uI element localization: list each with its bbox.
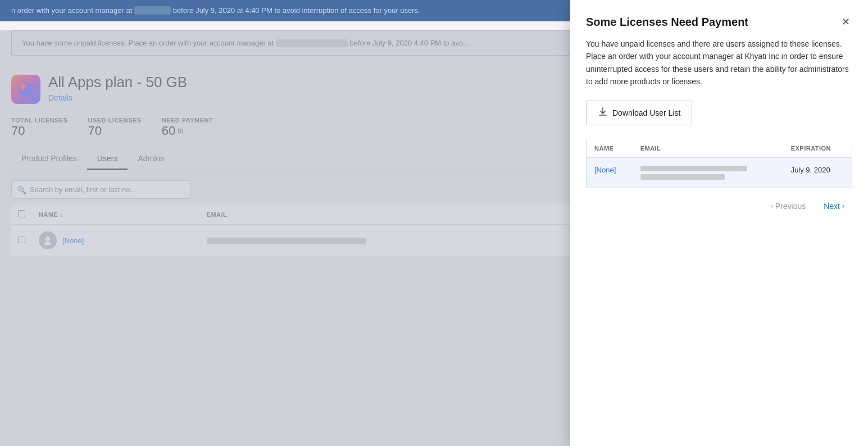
modal-header: Some Licenses Need Payment ✕ xyxy=(586,16,852,29)
banner-text: n order with your account manager at Khy… xyxy=(11,6,420,15)
modal-row-expiration: July 9, 2020 xyxy=(783,157,852,188)
previous-button[interactable]: ‹ Previous xyxy=(763,197,814,215)
chevron-right-icon: › xyxy=(842,202,844,210)
modal-close-button[interactable]: ✕ xyxy=(839,16,852,28)
modal-description: You have unpaid licenses and there are u… xyxy=(586,38,852,88)
modal-panel: Some Licenses Need Payment ✕ You have un… xyxy=(570,0,868,446)
modal-row-email xyxy=(633,157,783,188)
pagination: ‹ Previous Next › xyxy=(586,188,852,215)
modal-col-expiration: EXPIRATION xyxy=(783,139,852,157)
modal-user-name[interactable]: [None] xyxy=(594,166,616,174)
download-icon xyxy=(598,107,608,119)
download-user-list-button[interactable]: Download User List xyxy=(586,101,692,125)
modal-table-row: [None] July 9, 2020 xyxy=(587,157,852,188)
chevron-left-icon: ‹ xyxy=(771,202,773,210)
modal-col-email: EMAIL xyxy=(633,139,783,157)
modal-row-name: [None] xyxy=(587,157,633,188)
next-label: Next xyxy=(824,202,840,211)
next-button[interactable]: Next › xyxy=(816,197,852,215)
download-button-label: Download User List xyxy=(612,108,680,117)
modal-col-name: NAME xyxy=(587,139,633,157)
modal-table: NAME EMAIL EXPIRATION [None] July 9, 202… xyxy=(586,139,852,188)
previous-label: Previous xyxy=(775,202,806,211)
modal-title: Some Licenses Need Payment xyxy=(586,16,839,29)
